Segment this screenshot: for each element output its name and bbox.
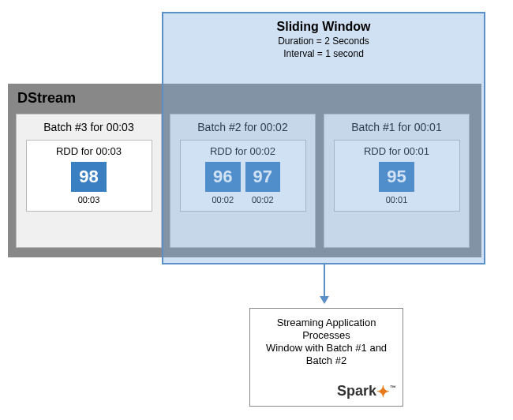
app-line: Batch #2 [256,354,396,366]
sliding-window-title: Sliding Window [163,20,484,34]
dstream-label: DStream [17,90,76,107]
rdd-items: 9800:03 [32,162,147,204]
app-line: Streaming Application [256,317,396,328]
app-line: Window with Batch #1 and [256,342,396,354]
streaming-app-box: Streaming Application Processes Window w… [249,308,403,407]
batch: Batch #3 for 00:03RDD for 00:039800:03 [16,114,162,248]
arrow-down-icon [324,264,325,302]
rdd-item-time: 00:03 [78,195,100,204]
spark-logo: Spark✦™ [337,382,396,401]
sliding-window: Sliding Window Duration = 2 Seconds Inte… [162,12,485,264]
spark-star-icon: ✦ [376,383,390,400]
rdd-item-value: 98 [71,162,106,192]
spark-tm: ™ [390,384,396,392]
app-line: Processes [256,329,396,341]
rdd-title: RDD for 00:03 [32,145,147,157]
rdd: RDD for 00:039800:03 [26,140,152,212]
rdd-item: 9800:03 [71,162,106,204]
sliding-window-interval: Interval = 1 second [163,48,484,59]
spark-logo-text: Spark [337,383,376,399]
batch-title: Batch #3 for 00:03 [23,121,155,133]
sliding-window-duration: Duration = 2 Seconds [163,36,484,47]
